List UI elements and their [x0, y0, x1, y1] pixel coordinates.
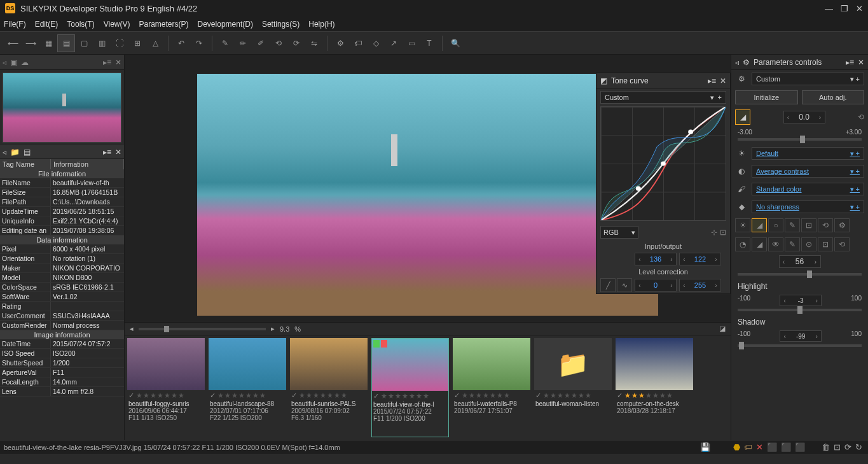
info-collapse-icon[interactable]: ▸≡ — [103, 148, 111, 157]
tone-linear-icon[interactable]: ╱ — [600, 278, 616, 292]
zoom-in-icon[interactable]: ▸ — [271, 325, 275, 333]
tone-output-spinbox[interactable]: ‹122› — [679, 253, 721, 265]
tool-compare-icon[interactable]: ▥ — [93, 34, 111, 52]
minimize-button[interactable]: — — [825, 4, 833, 13]
status-x-icon[interactable]: ✕ — [756, 442, 763, 452]
maximize-button[interactable]: ❐ — [841, 4, 848, 13]
tone-input-spinbox[interactable]: ‹136› — [635, 253, 677, 265]
tab2-1-icon[interactable]: ◔ — [735, 237, 750, 251]
tool-rotate-l-icon[interactable]: ⟲ — [270, 34, 287, 52]
status-blue-icon[interactable]: ⬛ — [767, 442, 777, 452]
menu-file[interactable]: File(F) — [4, 20, 26, 29]
tool-search-icon[interactable]: 🔍 — [446, 34, 464, 52]
tool-warning-icon[interactable]: △ — [146, 34, 164, 52]
status-trash-icon[interactable]: 🗑 — [822, 442, 830, 452]
tab-brush-icon[interactable]: ✎ — [785, 218, 800, 232]
rp-close-icon[interactable]: ✕ — [858, 58, 864, 67]
shadow-slider[interactable] — [738, 344, 862, 347]
status-flag2-icon[interactable]: 🏷 — [744, 442, 752, 452]
tool-screen-icon[interactable]: ▭ — [403, 34, 420, 52]
tone-preset-dropdown[interactable]: Custom ▾+ — [600, 91, 726, 104]
tone-curve-icon[interactable]: ∿ — [617, 278, 632, 292]
tool-fullscreen-icon[interactable]: ⛶ — [111, 34, 128, 52]
rp-back-icon[interactable]: ◃ — [735, 58, 739, 67]
tool-grid-icon[interactable]: ▦ — [39, 34, 57, 52]
exposure-icon[interactable]: ◢ — [735, 109, 750, 125]
tool-brush2-icon[interactable]: ✏ — [234, 34, 252, 52]
menu-parameters[interactable]: Parameters(P) — [139, 20, 189, 29]
tool-flip-icon[interactable]: ⇋ — [305, 34, 323, 52]
menu-help[interactable]: Help(H) — [308, 20, 334, 29]
highlight-spinbox[interactable]: ‹-3› — [780, 295, 822, 306]
tab-sun-icon[interactable]: ☀ — [735, 218, 750, 232]
info-close-icon[interactable]: ✕ — [115, 148, 121, 157]
tool-undo-icon[interactable]: ↶ — [172, 34, 190, 52]
tone-remove-icon[interactable]: ⊡ — [720, 228, 726, 237]
tool-gear-icon[interactable]: ⚙ — [331, 34, 349, 52]
close-button[interactable]: ✕ — [856, 4, 863, 13]
tab2-6-icon[interactable]: ⊡ — [818, 237, 833, 251]
tool-brush1-icon[interactable]: ✎ — [216, 34, 234, 52]
highlight-slider[interactable] — [738, 309, 862, 311]
contrast-dropdown[interactable]: Average contrast▾ + — [752, 165, 864, 178]
shadow-spinbox[interactable]: ‹-99› — [780, 330, 822, 342]
tool-single-icon[interactable]: ▢ — [75, 34, 93, 52]
tool-grid2-icon[interactable]: ⊞ — [128, 34, 146, 52]
thumbnail[interactable]: ✓★★★★★★★beautiful-view-of-the-l2015/07/2… — [371, 338, 449, 437]
nav-collapse-icon[interactable]: ▸≡ — [103, 58, 111, 67]
tool-tag-icon[interactable]: 🏷 — [349, 34, 367, 52]
tone-channel-dropdown[interactable]: RGB▾ — [600, 226, 638, 239]
tool-split-icon[interactable]: ▤ — [57, 34, 75, 52]
menu-edit[interactable]: Edit(E) — [35, 20, 59, 29]
tab2-3-icon[interactable]: 👁 — [768, 237, 783, 251]
sat-slider[interactable] — [738, 273, 862, 276]
auto-adj-button[interactable]: Auto adj. — [802, 90, 865, 104]
status-green-icon[interactable]: ⬛ — [781, 442, 791, 452]
thumbnail[interactable]: ✓★★★★★★★beautiful-foggy-sunris2016/09/06… — [127, 338, 205, 437]
tone-add-icon[interactable]: ⊹ — [711, 228, 717, 237]
preset-dropdown[interactable]: Custom▾ + — [752, 73, 864, 85]
tab2-2-icon[interactable]: ◢ — [752, 237, 767, 251]
menu-view[interactable]: View(V) — [104, 20, 130, 29]
level-white-spinbox[interactable]: ‹255› — [679, 279, 721, 292]
status-disk-icon[interactable]: 💾 — [700, 442, 710, 452]
tool-brush3-icon[interactable]: ✐ — [252, 34, 270, 52]
tab-gear-icon[interactable]: ⚙ — [834, 218, 850, 232]
tool-eraser-icon[interactable]: ◇ — [367, 34, 385, 52]
zoom-slider[interactable] — [139, 328, 266, 330]
nav-cloud-icon[interactable]: ☁ — [21, 58, 29, 67]
info-folder-icon[interactable]: 📁 — [10, 148, 20, 157]
thumbnail[interactable]: ✓★★★★★★★beautiful-waterfalls-P82019/06/2… — [453, 338, 530, 437]
initialize-button[interactable]: Initialize — [735, 90, 798, 104]
tool-redo-icon[interactable]: ↷ — [190, 34, 208, 52]
tool-export-icon[interactable]: ↗ — [385, 34, 403, 52]
tab-tone-icon[interactable]: ◢ — [752, 218, 767, 232]
zoom-fit-icon[interactable]: ◂ — [130, 325, 134, 333]
zoom-mode-icon[interactable]: ◪ — [719, 325, 726, 333]
tool-rotate-r-icon[interactable]: ⟳ — [287, 34, 305, 52]
nav-close-icon[interactable]: ✕ — [115, 58, 121, 67]
status-copy-icon[interactable]: ⊡ — [834, 442, 841, 452]
color-dropdown[interactable]: Standard color▾ + — [752, 183, 864, 195]
tool-text-icon[interactable]: T — [420, 34, 438, 52]
tab2-4-icon[interactable]: ✎ — [785, 237, 800, 251]
thumbnail[interactable]: ✓★★★★★★★computer-on-the-desk2018/03/28 1… — [616, 338, 693, 437]
nav-image-icon[interactable]: ▣ — [10, 58, 17, 67]
sat-spinbox[interactable]: ‹56› — [779, 255, 821, 268]
exposure-spinbox[interactable]: ‹0.0› — [783, 111, 825, 123]
tool-prev-icon[interactable]: ⟵ — [4, 34, 22, 52]
thumbnail[interactable]: ✓★★★★★★★beautiful-sunrise-PALS2009/08/16… — [290, 338, 368, 437]
tab2-5-icon[interactable]: ⊙ — [801, 237, 816, 251]
tone-close-icon[interactable]: ✕ — [720, 76, 726, 85]
thumbnail[interactable]: ✓★★★★★★★beautiful-landscape-882012/07/01… — [209, 338, 286, 437]
tone-collapse-icon[interactable]: ▸≡ — [708, 76, 716, 85]
tab2-7-icon[interactable]: ⟲ — [834, 237, 850, 251]
wb-dropdown[interactable]: Default▾ + — [752, 147, 864, 160]
tab-crop-icon[interactable]: ⊡ — [801, 218, 816, 232]
menu-tools[interactable]: Tools(T) — [67, 20, 94, 29]
info-tree-icon[interactable]: ◃ — [3, 148, 6, 157]
thumbnail[interactable]: 📁✓★★★★★★★beautiful-woman-listen — [534, 338, 612, 437]
preview-thumbnail[interactable] — [3, 73, 121, 143]
exposure-slider[interactable] — [738, 138, 862, 141]
level-black-spinbox[interactable]: ‹0› — [635, 279, 677, 292]
